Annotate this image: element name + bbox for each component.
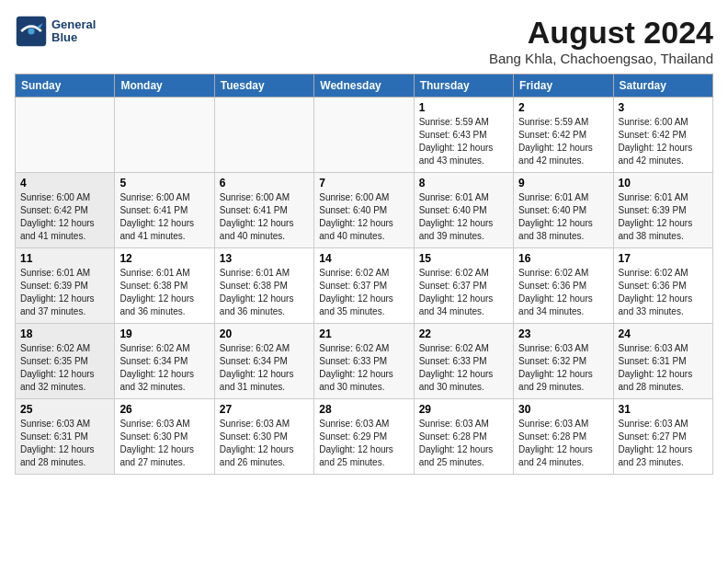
- header-day-saturday: Saturday: [613, 75, 712, 98]
- day-detail: Sunrise: 6:03 AM Sunset: 6:32 PM Dayligh…: [518, 342, 608, 394]
- calendar-cell: 8Sunrise: 6:01 AM Sunset: 6:40 PM Daylig…: [414, 173, 513, 248]
- calendar-cell: 29Sunrise: 6:03 AM Sunset: 6:28 PM Dayli…: [414, 399, 513, 475]
- calendar-cell: 13Sunrise: 6:01 AM Sunset: 6:38 PM Dayli…: [214, 248, 313, 324]
- day-detail: Sunrise: 6:00 AM Sunset: 6:41 PM Dayligh…: [220, 191, 309, 243]
- calendar-cell: 31Sunrise: 6:03 AM Sunset: 6:27 PM Dayli…: [613, 399, 712, 475]
- calendar-cell: 21Sunrise: 6:02 AM Sunset: 6:33 PM Dayli…: [314, 324, 414, 399]
- calendar-cell: 9Sunrise: 6:01 AM Sunset: 6:40 PM Daylig…: [514, 173, 613, 248]
- day-number: 22: [419, 327, 508, 340]
- day-detail: Sunrise: 6:02 AM Sunset: 6:35 PM Dayligh…: [20, 342, 109, 394]
- day-number: 24: [619, 327, 708, 340]
- calendar-cell: 26Sunrise: 6:03 AM Sunset: 6:30 PM Dayli…: [115, 399, 214, 475]
- day-detail: Sunrise: 6:01 AM Sunset: 6:38 PM Dayligh…: [119, 267, 209, 318]
- calendar-cell: 24Sunrise: 6:03 AM Sunset: 6:31 PM Dayli…: [613, 324, 712, 399]
- day-number: 17: [619, 252, 708, 265]
- calendar-cell: [214, 98, 313, 173]
- calendar-cell: 2Sunrise: 5:59 AM Sunset: 6:42 PM Daylig…: [514, 98, 613, 173]
- day-detail: Sunrise: 6:03 AM Sunset: 6:28 PM Dayligh…: [419, 418, 508, 469]
- day-number: 12: [119, 252, 209, 265]
- logo-icon: [15, 15, 48, 48]
- day-detail: Sunrise: 6:02 AM Sunset: 6:34 PM Dayligh…: [220, 342, 309, 394]
- day-number: 20: [220, 327, 309, 340]
- calendar-cell: 7Sunrise: 6:00 AM Sunset: 6:40 PM Daylig…: [314, 173, 414, 248]
- calendar-cell: 3Sunrise: 6:00 AM Sunset: 6:42 PM Daylig…: [613, 98, 712, 173]
- day-number: 16: [518, 252, 608, 265]
- header-day-monday: Monday: [115, 75, 214, 98]
- day-number: 30: [518, 403, 608, 416]
- calendar-cell: 23Sunrise: 6:03 AM Sunset: 6:32 PM Dayli…: [514, 324, 613, 399]
- main-title: August 2024: [489, 15, 713, 51]
- calendar-cell: 19Sunrise: 6:02 AM Sunset: 6:34 PM Dayli…: [115, 324, 214, 399]
- day-detail: Sunrise: 6:03 AM Sunset: 6:29 PM Dayligh…: [319, 418, 408, 469]
- day-number: 5: [119, 177, 209, 190]
- day-number: 11: [20, 252, 109, 265]
- day-detail: Sunrise: 6:01 AM Sunset: 6:39 PM Dayligh…: [619, 191, 708, 243]
- day-number: 2: [518, 101, 608, 114]
- calendar-cell: 25Sunrise: 6:03 AM Sunset: 6:31 PM Dayli…: [16, 399, 115, 475]
- calendar-cell: 18Sunrise: 6:02 AM Sunset: 6:35 PM Dayli…: [16, 324, 115, 399]
- day-detail: Sunrise: 6:00 AM Sunset: 6:42 PM Dayligh…: [619, 116, 708, 167]
- day-number: 27: [220, 403, 309, 416]
- day-number: 3: [619, 101, 708, 114]
- day-number: 15: [419, 252, 508, 265]
- calendar-cell: 22Sunrise: 6:02 AM Sunset: 6:33 PM Dayli…: [414, 324, 513, 399]
- day-detail: Sunrise: 6:01 AM Sunset: 6:39 PM Dayligh…: [20, 267, 109, 318]
- calendar-cell: 1Sunrise: 5:59 AM Sunset: 6:43 PM Daylig…: [414, 98, 513, 173]
- logo-text: General Blue: [51, 18, 96, 45]
- day-detail: Sunrise: 6:00 AM Sunset: 6:40 PM Dayligh…: [319, 191, 408, 243]
- day-detail: Sunrise: 5:59 AM Sunset: 6:42 PM Dayligh…: [518, 116, 608, 167]
- day-number: 14: [319, 252, 408, 265]
- day-detail: Sunrise: 6:02 AM Sunset: 6:37 PM Dayligh…: [319, 267, 408, 318]
- calendar-cell: 20Sunrise: 6:02 AM Sunset: 6:34 PM Dayli…: [214, 324, 313, 399]
- day-number: 18: [20, 327, 109, 340]
- day-detail: Sunrise: 6:03 AM Sunset: 6:31 PM Dayligh…: [619, 342, 708, 394]
- calendar-cell: 4Sunrise: 6:00 AM Sunset: 6:42 PM Daylig…: [16, 173, 115, 248]
- calendar-cell: [314, 98, 414, 173]
- day-number: 23: [518, 327, 608, 340]
- calendar-cell: 11Sunrise: 6:01 AM Sunset: 6:39 PM Dayli…: [16, 248, 115, 324]
- day-number: 10: [619, 177, 708, 190]
- calendar-cell: 17Sunrise: 6:02 AM Sunset: 6:36 PM Dayli…: [613, 248, 712, 324]
- day-number: 8: [419, 177, 508, 190]
- day-number: 13: [220, 252, 309, 265]
- day-number: 29: [419, 403, 508, 416]
- calendar-cell: 28Sunrise: 6:03 AM Sunset: 6:29 PM Dayli…: [314, 399, 414, 475]
- calendar-cell: 30Sunrise: 6:03 AM Sunset: 6:28 PM Dayli…: [514, 399, 613, 475]
- week-row-3: 11Sunrise: 6:01 AM Sunset: 6:39 PM Dayli…: [16, 248, 713, 324]
- calendar-cell: 6Sunrise: 6:00 AM Sunset: 6:41 PM Daylig…: [214, 173, 313, 248]
- day-number: 4: [20, 177, 109, 190]
- week-row-5: 25Sunrise: 6:03 AM Sunset: 6:31 PM Dayli…: [16, 399, 713, 475]
- calendar-cell: 15Sunrise: 6:02 AM Sunset: 6:37 PM Dayli…: [414, 248, 513, 324]
- day-detail: Sunrise: 6:03 AM Sunset: 6:27 PM Dayligh…: [619, 418, 708, 469]
- calendar-cell: 27Sunrise: 6:03 AM Sunset: 6:30 PM Dayli…: [214, 399, 313, 475]
- day-number: 25: [20, 403, 109, 416]
- calendar-cell: 5Sunrise: 6:00 AM Sunset: 6:41 PM Daylig…: [115, 173, 214, 248]
- day-number: 19: [119, 327, 209, 340]
- calendar-cell: 12Sunrise: 6:01 AM Sunset: 6:38 PM Dayli…: [115, 248, 214, 324]
- day-detail: Sunrise: 6:00 AM Sunset: 6:41 PM Dayligh…: [119, 191, 209, 243]
- day-detail: Sunrise: 6:02 AM Sunset: 6:37 PM Dayligh…: [419, 267, 508, 318]
- week-row-2: 4Sunrise: 6:00 AM Sunset: 6:42 PM Daylig…: [16, 173, 713, 248]
- day-detail: Sunrise: 6:01 AM Sunset: 6:38 PM Dayligh…: [220, 267, 309, 318]
- calendar-cell: 16Sunrise: 6:02 AM Sunset: 6:36 PM Dayli…: [514, 248, 613, 324]
- calendar-cell: [16, 98, 115, 173]
- day-number: 9: [518, 177, 608, 190]
- day-detail: Sunrise: 6:03 AM Sunset: 6:30 PM Dayligh…: [119, 418, 209, 469]
- calendar-cell: 10Sunrise: 6:01 AM Sunset: 6:39 PM Dayli…: [613, 173, 712, 248]
- week-row-4: 18Sunrise: 6:02 AM Sunset: 6:35 PM Dayli…: [16, 324, 713, 399]
- header-row: SundayMondayTuesdayWednesdayThursdayFrid…: [16, 75, 713, 98]
- day-detail: Sunrise: 6:03 AM Sunset: 6:30 PM Dayligh…: [220, 418, 309, 469]
- day-number: 7: [319, 177, 408, 190]
- day-number: 1: [419, 101, 508, 114]
- day-detail: Sunrise: 6:00 AM Sunset: 6:42 PM Dayligh…: [20, 191, 109, 243]
- day-number: 21: [319, 327, 408, 340]
- day-detail: Sunrise: 6:02 AM Sunset: 6:33 PM Dayligh…: [319, 342, 408, 394]
- day-number: 6: [220, 177, 309, 190]
- day-number: 31: [619, 403, 708, 416]
- header-day-wednesday: Wednesday: [314, 75, 414, 98]
- day-detail: Sunrise: 6:02 AM Sunset: 6:36 PM Dayligh…: [518, 267, 608, 318]
- day-detail: Sunrise: 5:59 AM Sunset: 6:43 PM Dayligh…: [419, 116, 508, 167]
- day-detail: Sunrise: 6:01 AM Sunset: 6:40 PM Dayligh…: [518, 191, 608, 243]
- calendar-cell: [115, 98, 214, 173]
- logo-line1: General: [51, 18, 96, 31]
